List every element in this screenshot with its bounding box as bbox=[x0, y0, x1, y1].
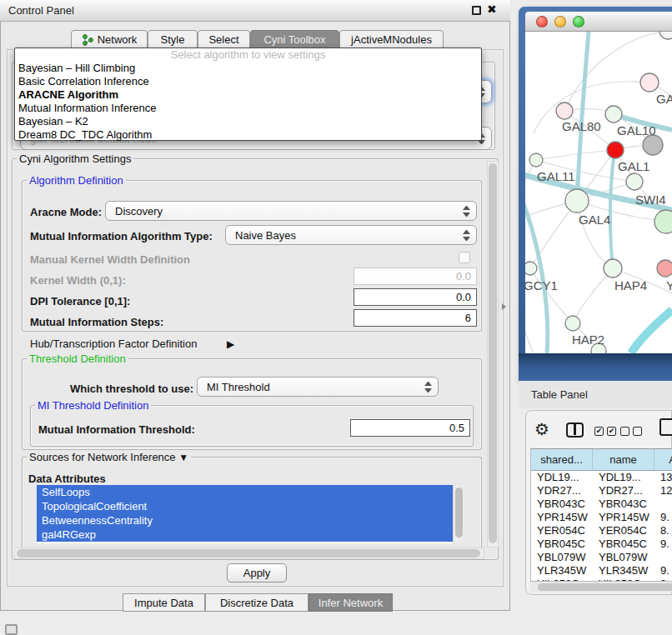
mi-steps-field[interactable]: 6 bbox=[354, 309, 477, 327]
minimize-window-icon[interactable] bbox=[554, 16, 566, 28]
network-edge[interactable] bbox=[525, 160, 536, 353]
network-node-gal1[interactable] bbox=[626, 173, 643, 190]
table-horizontal-scrollbar[interactable] bbox=[530, 581, 672, 592]
select-all-columns-icon[interactable] bbox=[594, 427, 616, 436]
scrollbar-thumb[interactable] bbox=[17, 549, 480, 558]
deselect-all-columns-icon[interactable] bbox=[620, 427, 642, 436]
network-node-selected[interactable] bbox=[607, 142, 624, 158]
network-node-gal11[interactable] bbox=[529, 153, 543, 167]
table-row[interactable]: YBR043CYBR043C bbox=[531, 498, 672, 511]
network-node-gcy1[interactable] bbox=[525, 262, 537, 275]
network-node-gal80[interactable] bbox=[556, 102, 573, 119]
table-cell[interactable]: YDL19... bbox=[593, 471, 654, 484]
table-cell[interactable]: 13 bbox=[654, 471, 672, 484]
algorithm-option[interactable]: Bayesian – K2 bbox=[15, 115, 481, 128]
attribute-item[interactable]: SelfLoops bbox=[37, 485, 453, 499]
network-node-hap2[interactable] bbox=[565, 316, 580, 331]
table-cell[interactable]: 12 bbox=[654, 484, 672, 498]
mi-threshold-field[interactable]: 0.5 bbox=[350, 419, 470, 437]
hub-section-label[interactable]: Hub/Transcription Factor Definition bbox=[30, 338, 197, 350]
bottom-tab-discretize-data[interactable]: Discretize Data bbox=[205, 593, 308, 612]
table-cell[interactable]: YDR27... bbox=[593, 484, 654, 498]
table-cell[interactable]: YER054C bbox=[531, 524, 593, 538]
network-edge[interactable] bbox=[564, 32, 668, 111]
algorithm-option[interactable]: Basic Correlation Inference bbox=[15, 75, 481, 88]
aracne-mode-combo[interactable]: Discovery bbox=[105, 201, 477, 221]
network-node[interactable] bbox=[654, 210, 672, 233]
tab-jactivemnodules[interactable]: jActiveMNodules bbox=[339, 30, 444, 49]
algorithm-option[interactable]: Mutual Information Inference bbox=[15, 102, 481, 115]
expand-right-icon[interactable] bbox=[227, 336, 234, 351]
column-header[interactable]: shared... bbox=[531, 449, 593, 470]
bottom-tab-impute-data[interactable]: Impute Data bbox=[123, 593, 205, 612]
collapsed-panel-icon[interactable] bbox=[5, 624, 18, 635]
tab-network[interactable]: Network bbox=[71, 30, 148, 49]
column-header[interactable]: A bbox=[654, 449, 672, 470]
algorithm-option-selected[interactable]: ARACNE Algorithm bbox=[15, 88, 481, 102]
table-cell[interactable]: YLR345W bbox=[531, 564, 593, 578]
table-cell[interactable]: 8. bbox=[654, 524, 672, 538]
attribute-item[interactable]: BetweennessCentrality bbox=[37, 513, 453, 528]
splitter-collapse-arrow[interactable] bbox=[502, 303, 506, 310]
dpi-tolerance-field[interactable]: 0.0 bbox=[354, 288, 477, 306]
attribute-list-scrollbar[interactable] bbox=[453, 485, 464, 543]
table-cell[interactable]: YPR145W bbox=[531, 511, 593, 524]
network-node-gal4[interactable] bbox=[565, 189, 589, 212]
network-node[interactable] bbox=[659, 32, 672, 39]
table-row[interactable]: YPR145WYPR145W9. bbox=[531, 511, 672, 524]
table-cell[interactable]: YLR345W bbox=[593, 564, 654, 578]
scrollbar-thumb[interactable] bbox=[489, 163, 497, 543]
scrollbar-thumb[interactable] bbox=[538, 583, 672, 591]
sources-title[interactable]: Sources for Network Inference bbox=[27, 451, 191, 463]
table-cell[interactable] bbox=[654, 498, 672, 511]
mi-type-combo[interactable]: Naive Bayes bbox=[225, 225, 477, 245]
table-row[interactable]: YBL079WYBL079W bbox=[531, 551, 672, 564]
table-cell[interactable]: YBR043C bbox=[593, 498, 654, 511]
network-node-hap4[interactable] bbox=[604, 259, 622, 278]
network-edge-highlighted[interactable] bbox=[631, 310, 672, 353]
network-node[interactable] bbox=[643, 135, 663, 155]
attribute-item[interactable]: gal4RGexp bbox=[37, 528, 453, 542]
table-row[interactable]: YBR045CYBR045C9. bbox=[531, 538, 672, 551]
table-cell[interactable]: YBL079W bbox=[531, 551, 593, 564]
algorithm-option[interactable]: Dream8 DC_TDC Algorithm bbox=[15, 128, 481, 142]
gear-icon[interactable]: ⚙ bbox=[534, 419, 549, 439]
column-view-icon[interactable] bbox=[566, 422, 584, 438]
algorithm-option[interactable]: Bayesian – Hill Climbing bbox=[15, 62, 481, 75]
table-cell[interactable]: 9. bbox=[654, 511, 672, 524]
kernel-width-field[interactable]: 0.0 bbox=[354, 268, 477, 285]
table-row[interactable]: YDL19...YDL19...13 bbox=[531, 471, 672, 484]
bottom-tab-infer-network[interactable]: Infer Network bbox=[308, 593, 393, 612]
table-cell[interactable]: 9. bbox=[654, 538, 672, 551]
tab-style[interactable]: Style bbox=[148, 30, 198, 49]
table-cell[interactable]: YBR045C bbox=[531, 538, 593, 551]
table-row[interactable]: YLR345WYLR345W9. bbox=[531, 564, 672, 578]
table-cell[interactable]: YPR145W bbox=[593, 511, 654, 524]
scrollbar-thumb[interactable] bbox=[455, 488, 463, 538]
which-threshold-combo[interactable]: MI Threshold bbox=[197, 377, 439, 397]
network-edge-highlighted[interactable] bbox=[577, 32, 589, 201]
export-table-icon[interactable] bbox=[659, 418, 672, 436]
settings-vertical-scrollbar[interactable] bbox=[487, 161, 499, 548]
table-cell[interactable]: YBR043C bbox=[531, 498, 593, 511]
network-node[interactable] bbox=[640, 73, 659, 92]
table-cell[interactable]: YBL079W bbox=[593, 551, 654, 564]
table-cell[interactable] bbox=[654, 551, 672, 564]
close-window-icon[interactable] bbox=[536, 16, 548, 28]
apply-button[interactable]: Apply bbox=[227, 563, 287, 582]
tab-cyni-toolbox[interactable]: Cyni Toolbox bbox=[250, 30, 339, 49]
column-header[interactable]: name bbox=[593, 449, 654, 470]
attribute-item[interactable]: TopologicalCoefficient bbox=[37, 499, 453, 513]
network-node-gal10[interactable] bbox=[605, 106, 622, 122]
table-cell[interactable]: YER054C bbox=[593, 524, 654, 538]
network-edge[interactable] bbox=[573, 268, 613, 323]
table-row[interactable]: YDR27...YDR27...12 bbox=[531, 484, 672, 498]
manual-kernel-checkbox[interactable] bbox=[459, 252, 470, 263]
zoom-window-icon[interactable] bbox=[573, 16, 584, 28]
settings-horizontal-scrollbar[interactable] bbox=[14, 548, 484, 559]
table-cell[interactable]: YBR045C bbox=[593, 538, 654, 551]
table-cell[interactable]: YDL19... bbox=[531, 471, 593, 484]
table-row[interactable]: YER054CYER054C8. bbox=[531, 524, 672, 538]
network-node[interactable] bbox=[657, 260, 672, 277]
network-edge[interactable] bbox=[536, 150, 615, 160]
